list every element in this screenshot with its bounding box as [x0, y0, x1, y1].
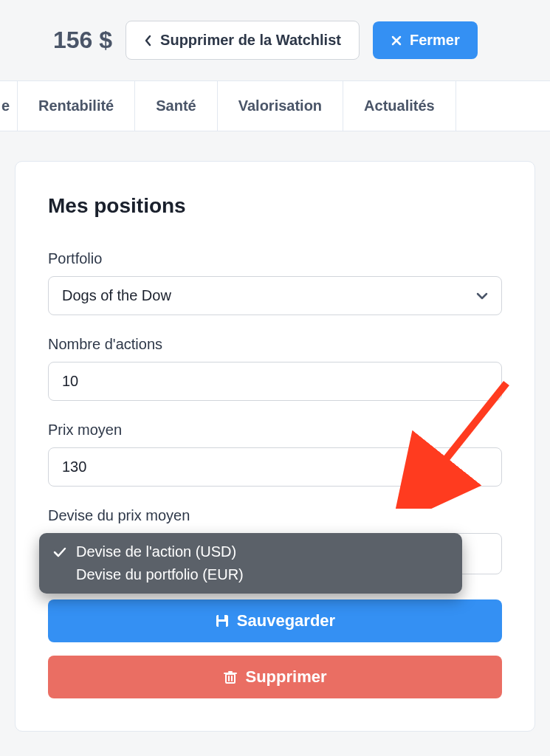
close-button[interactable]: Fermer [373, 21, 478, 59]
check-icon [52, 547, 67, 557]
save-label: Sauvegarder [237, 611, 335, 630]
tab-news[interactable]: Actualités [343, 81, 456, 131]
currency-option-portfolio[interactable]: Devise du portfolio (EUR) [39, 563, 462, 586]
shares-group: Nombre d'actions [48, 336, 502, 401]
remove-watchlist-label: Supprimer de la Watchlist [160, 32, 341, 49]
currency-option-stock-label: Devise de l'action (USD) [76, 543, 236, 560]
avg-price-group: Prix moyen [48, 422, 502, 487]
portfolio-label: Portfolio [48, 250, 502, 267]
avg-price-input[interactable] [48, 447, 502, 487]
svg-rect-1 [219, 615, 224, 619]
currency-group: Devise du prix moyen Devise de l'action … [48, 507, 502, 574]
svg-rect-3 [226, 674, 235, 683]
svg-rect-2 [219, 622, 226, 627]
action-row: Sauvegarder Supprimer [48, 599, 502, 698]
trash-icon [223, 670, 238, 684]
avg-price-label: Prix moyen [48, 422, 502, 439]
portfolio-group: Portfolio Dogs of the Dow [48, 250, 502, 315]
tab-profitability[interactable]: Rentabilité [18, 81, 135, 131]
shares-input[interactable] [48, 362, 502, 401]
panel-title: Mes positions [48, 194, 502, 218]
price-display: 156 $ [53, 27, 112, 54]
shares-label: Nombre d'actions [48, 336, 502, 353]
delete-label: Supprimer [245, 667, 326, 687]
close-icon [391, 35, 402, 47]
tab-health[interactable]: Santé [135, 81, 217, 131]
close-label: Fermer [410, 32, 460, 49]
currency-dropdown: Devise de l'action (USD) Devise du portf… [39, 533, 462, 594]
currency-option-stock[interactable]: Devise de l'action (USD) [39, 540, 462, 563]
currency-option-portfolio-label: Devise du portfolio (EUR) [76, 566, 244, 583]
tab-partial-prev[interactable] [0, 81, 18, 131]
portfolio-select[interactable]: Dogs of the Dow [48, 276, 502, 315]
chevron-left-icon [144, 35, 153, 47]
positions-card: Mes positions Portfolio Dogs of the Dow … [15, 161, 535, 732]
save-icon [215, 614, 230, 628]
tabbar: Rentabilité Santé Valorisation Actualité… [0, 80, 550, 131]
currency-label: Devise du prix moyen [48, 507, 502, 524]
delete-button[interactable]: Supprimer [48, 656, 502, 698]
tab-valuation[interactable]: Valorisation [218, 81, 343, 131]
remove-watchlist-button[interactable]: Supprimer de la Watchlist [126, 21, 360, 60]
topbar: 156 $ Supprimer de la Watchlist Fermer [0, 0, 550, 80]
save-button[interactable]: Sauvegarder [48, 599, 502, 642]
